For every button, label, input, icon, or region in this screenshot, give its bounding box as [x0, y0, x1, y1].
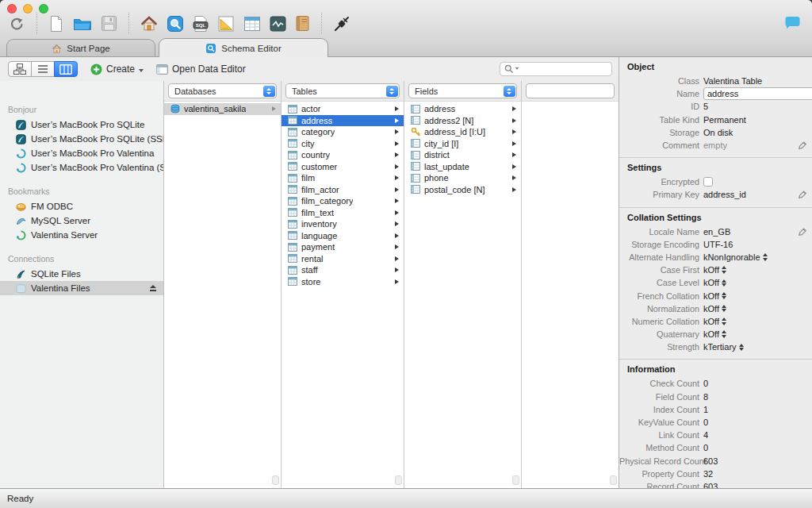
column-list: valentina_sakila — [164, 102, 281, 488]
list-view-button[interactable] — [31, 61, 55, 77]
sidebar-section-bookmarks: BookmarksFM ODBCMySQL ServerValentina Se… — [0, 187, 163, 242]
fields-dropdown[interactable]: Fields — [408, 83, 517, 98]
quaternary-select[interactable]: kOff — [703, 329, 726, 339]
data-editor-button[interactable] — [243, 16, 261, 32]
sidebar-item-valentina-files[interactable]: Valentina Files — [0, 281, 163, 295]
normalization-select[interactable]: kOff — [703, 304, 726, 314]
list-item-district[interactable]: district — [404, 149, 521, 161]
start-page-button[interactable] — [140, 15, 158, 32]
sidebar-item-label: User’s MacBook Pro SQLite (SSL) — [31, 134, 163, 144]
schema-editor-button[interactable] — [167, 15, 184, 33]
column-list — [522, 102, 619, 488]
sidebar-item-user-s-macbook-pro-sqlite-ssl[interactable]: User’s MacBook Pro SQLite (SSL) — [0, 132, 163, 146]
sql-editor-button[interactable]: SQL — [193, 15, 209, 33]
list-item-film-actor[interactable]: film_actor — [282, 184, 404, 196]
list-item-payment[interactable]: payment — [282, 241, 404, 253]
disclosure-arrow-icon — [395, 118, 399, 123]
sidebar-item-sqlite-files[interactable]: SQLite Files — [0, 267, 163, 281]
inspector-section-object: ObjectClassValentina TableNameID5Table K… — [619, 57, 812, 158]
list-item-address-id-i-u[interactable]: address_id [I:U] — [404, 126, 521, 138]
report-editor-button[interactable] — [295, 15, 310, 32]
list-item-address[interactable]: address — [404, 103, 521, 115]
dropdown-stepper-icon — [504, 86, 515, 97]
case-level-select[interactable]: kOff — [703, 278, 726, 287]
open-data-editor-button[interactable]: Open Data Editor — [156, 64, 246, 75]
list-item-actor[interactable]: actor — [282, 103, 404, 115]
inspector-row-value: kOff — [703, 329, 719, 339]
diagram-editor-button[interactable] — [217, 15, 235, 33]
inspector-row-check-count: Check Count0 — [619, 377, 812, 390]
inspector-row-value: 4 — [703, 430, 708, 440]
tab-schema-editor[interactable]: Schema Editor — [159, 38, 328, 57]
disclosure-arrow-icon — [395, 267, 399, 272]
tab-start-page[interactable]: Start Page — [6, 39, 155, 56]
edit-pencil-button[interactable] — [798, 141, 806, 150]
list-item-rental[interactable]: rental — [282, 253, 404, 265]
list-item-country[interactable]: country — [282, 149, 404, 161]
list-item-label: payment — [301, 242, 335, 252]
connect-button[interactable] — [333, 15, 350, 33]
search-input[interactable] — [520, 64, 611, 75]
list-item-inventory[interactable]: inventory — [282, 218, 404, 230]
tree-view-button[interactable] — [8, 61, 32, 77]
inspector-row-value: kOff — [703, 265, 719, 275]
list-item-valentina-sakila[interactable]: valentina_sakila — [164, 103, 281, 115]
tables-dropdown[interactable]: Tables — [285, 83, 400, 98]
server-monitor-button[interactable] — [270, 16, 286, 32]
list-item-city[interactable]: city — [282, 138, 404, 150]
eject-button[interactable] — [150, 285, 156, 291]
edit-pencil-button[interactable] — [798, 190, 806, 199]
list-item-customer[interactable]: customer — [282, 161, 404, 173]
list-item-film-category[interactable]: film_category — [282, 195, 404, 207]
empty-dropdown[interactable] — [526, 83, 615, 98]
list-item-staff[interactable]: staff — [282, 264, 404, 276]
case-first-select[interactable]: kOff — [703, 265, 726, 275]
strength-select[interactable]: kTertiary — [703, 342, 744, 352]
sidebar-item-fm-odbc[interactable]: FM ODBC — [0, 199, 163, 214]
create-button[interactable]: Create — [90, 64, 144, 75]
sidebar-item-user-s-macbook-pro-valentina-s[interactable]: User’s MacBook Pro Valentina (S... — [0, 160, 163, 175]
list-item-city-id-i[interactable]: city_id [I] — [404, 138, 521, 150]
undo-button[interactable] — [8, 15, 25, 33]
inspector-row-value: 1 — [703, 405, 708, 414]
sidebar-item-label: Valentina Server — [31, 230, 98, 240]
sidebar-item-label: SQLite Files — [31, 269, 81, 279]
open-file-button[interactable] — [73, 16, 92, 32]
edit-pencil-button[interactable] — [798, 228, 806, 237]
save-icon — [101, 15, 117, 32]
name-input[interactable] — [703, 87, 812, 100]
list-item-last-update[interactable]: last_update — [404, 161, 521, 173]
valentina-files-icon — [16, 283, 26, 294]
search-field[interactable] — [500, 62, 612, 76]
sidebar-item-user-s-macbook-pro-sqlite[interactable]: User’s MacBook Pro SQLite — [0, 117, 163, 132]
list-item-film[interactable]: film — [282, 172, 404, 184]
list-item-address2-n[interactable]: address2 [N] — [404, 115, 521, 127]
list-item-address[interactable]: address — [282, 115, 404, 127]
inspector-row-label: Case Level — [619, 278, 703, 287]
inspector-row-field-count: Field Count8 — [619, 391, 812, 403]
new-document-button[interactable] — [48, 15, 64, 33]
list-item-phone[interactable]: phone — [404, 172, 521, 184]
databases-dropdown[interactable]: Databases — [168, 83, 277, 98]
sidebar-item-user-s-macbook-pro-valentina[interactable]: User’s MacBook Pro Valentina — [0, 146, 163, 160]
encrypted-checkbox[interactable] — [703, 177, 713, 187]
list-item-label: rental — [301, 254, 324, 264]
list-item-label: country — [301, 150, 330, 160]
french-collation-select[interactable]: kOff — [703, 291, 726, 301]
sidebar-item-valentina-server[interactable]: Valentina Server — [0, 228, 163, 242]
stepper-icon — [763, 253, 768, 261]
inspector-row-label: Storage — [619, 128, 703, 137]
list-item-postal-code-n[interactable]: postal_code [N] — [404, 184, 521, 196]
list-item-language[interactable]: language — [282, 230, 404, 242]
alternate-handling-select[interactable]: kNonIgnorable — [703, 252, 768, 262]
numeric-collation-select[interactable]: kOff — [703, 317, 726, 326]
feedback-button[interactable] — [784, 16, 801, 30]
list-item-category[interactable]: category — [282, 126, 404, 138]
save-button[interactable] — [101, 15, 117, 32]
column-view-button[interactable] — [54, 61, 78, 77]
sidebar-item-mysql-server[interactable]: MySQL Server — [0, 214, 163, 228]
column-header: Databases — [164, 81, 281, 102]
stepper-icon — [722, 292, 726, 300]
list-item-store[interactable]: store — [282, 276, 404, 288]
list-item-film-text[interactable]: film_text — [282, 207, 404, 219]
